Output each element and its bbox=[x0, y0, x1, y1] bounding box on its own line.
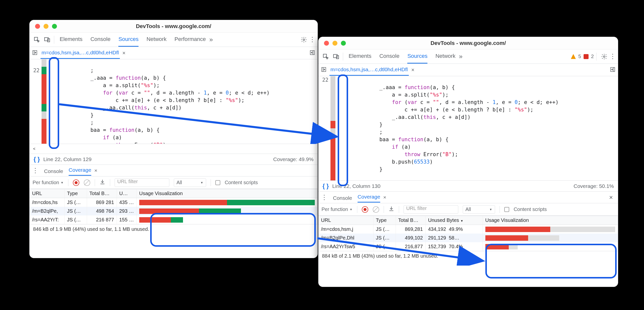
table-row[interactable]: /rs=AA2YrTsw5JS (…216,877152,739 70.4% bbox=[318, 242, 618, 251]
open-file-tab[interactable]: m=cdos,hsm,jsa,…c,dtl0hd,eHDfl bbox=[40, 47, 120, 59]
svg-marker-9 bbox=[311, 52, 312, 53]
kebab-menu-icon[interactable]: ⋮ bbox=[309, 36, 316, 43]
tab-console[interactable]: Console bbox=[380, 53, 400, 64]
record-button[interactable] bbox=[73, 179, 79, 186]
scroll-left-icon[interactable]: < bbox=[33, 147, 35, 151]
line-number: 22 bbox=[30, 67, 40, 74]
svg-marker-6 bbox=[35, 52, 36, 53]
tab-performance[interactable]: Performance bbox=[174, 36, 206, 47]
svg-marker-19 bbox=[612, 69, 612, 70]
tab-network[interactable]: Network bbox=[146, 36, 166, 47]
col-url[interactable]: URL bbox=[318, 216, 373, 225]
window-title: DevTools - www.google.com/ bbox=[30, 23, 318, 29]
col-viz[interactable]: Usage Visualization bbox=[136, 189, 318, 198]
url-filter-input[interactable]: URL filter bbox=[404, 205, 458, 214]
table-row[interactable]: /m=cdos,hsm,jJS (…869,281434,192 49.9% bbox=[318, 225, 618, 234]
col-total[interactable]: Total B… bbox=[87, 189, 116, 198]
device-toggle-icon[interactable] bbox=[42, 34, 52, 45]
per-function-select[interactable]: Per function ▼ bbox=[322, 206, 352, 212]
toggle-debugger-icon[interactable] bbox=[610, 67, 616, 73]
table-row[interactable]: /m=B2qlPe,JS (…498 764293 … bbox=[30, 207, 318, 215]
table-row[interactable]: /rs=AA2YrT:JS (…216 877155 … bbox=[30, 215, 318, 224]
tab-sources[interactable]: Sources bbox=[407, 53, 428, 64]
table-row[interactable]: /m=cdos,hsJS (…869 281435 … bbox=[30, 198, 318, 207]
coverage-percent: Coverage: 49.9% bbox=[273, 156, 314, 162]
status-bar: { } Line 22, Column 129 Coverage: 49.9% bbox=[30, 154, 318, 164]
coverage-table: URL Type Total B… Unused Bytes ▼ Usage V… bbox=[318, 216, 618, 251]
line-number: 22 bbox=[318, 76, 328, 84]
devtools-tabbar: Elements Console Sources Network Perform… bbox=[30, 32, 318, 47]
warning-count[interactable]: 5 bbox=[571, 54, 581, 59]
inspect-icon[interactable] bbox=[320, 51, 331, 62]
close-drawer-icon[interactable]: × bbox=[609, 194, 613, 201]
col-unused[interactable]: U… bbox=[116, 189, 136, 198]
svg-marker-16 bbox=[324, 69, 325, 70]
export-icon[interactable] bbox=[388, 206, 394, 213]
drawer-menu-icon[interactable]: ⋮ bbox=[321, 194, 328, 201]
close-drawer-tab-icon[interactable]: × bbox=[383, 194, 386, 200]
content-scripts-label: Content scripts bbox=[514, 206, 547, 212]
window-title: DevTools - www.google.com/ bbox=[318, 40, 618, 46]
export-icon[interactable] bbox=[100, 179, 106, 186]
close-drawer-tab-icon[interactable]: × bbox=[94, 167, 97, 173]
tab-console[interactable]: Console bbox=[90, 36, 111, 47]
kebab-menu-icon[interactable]: ⋮ bbox=[610, 53, 616, 60]
pretty-print-icon[interactable]: { } bbox=[322, 183, 329, 190]
col-type[interactable]: Type bbox=[373, 216, 396, 225]
tab-elements[interactable]: Elements bbox=[348, 53, 372, 64]
type-filter-select[interactable]: All▼ bbox=[463, 205, 495, 214]
titlebar: DevTools - www.google.com/ bbox=[318, 37, 618, 49]
clear-button[interactable] bbox=[373, 206, 379, 213]
tab-network[interactable]: Network bbox=[436, 53, 456, 64]
col-url[interactable]: URL bbox=[30, 189, 64, 198]
coverage-table: URL Type Total B… U… Usage Visualization… bbox=[30, 189, 318, 224]
drawer-tab-console[interactable]: Console bbox=[44, 167, 63, 174]
device-toggle-icon[interactable] bbox=[331, 51, 342, 62]
col-unused[interactable]: Unused Bytes ▼ bbox=[426, 216, 483, 225]
per-function-select[interactable]: Per function ▼ bbox=[32, 180, 64, 185]
cursor-position: Line 22, Column 129 bbox=[43, 156, 92, 162]
type-filter-select[interactable]: All▼ bbox=[174, 178, 206, 187]
source-code: ; _.aaa = function(a, b) { a = a.split("… bbox=[48, 59, 318, 144]
inspect-icon[interactable] bbox=[32, 34, 42, 45]
drawer-tab-coverage[interactable]: Coverage bbox=[358, 192, 380, 202]
pretty-print-icon[interactable]: { } bbox=[34, 156, 40, 163]
clear-button[interactable] bbox=[84, 179, 90, 186]
col-type[interactable]: Type bbox=[64, 189, 87, 198]
col-viz[interactable]: Usage Visualization bbox=[483, 216, 618, 225]
drawer-tab-coverage[interactable]: Coverage bbox=[69, 165, 91, 176]
open-file-tab[interactable]: m=cdos,hsm,jsa,…c,dtl0hd,eHDfl bbox=[330, 64, 409, 76]
close-file-tab-icon[interactable]: × bbox=[122, 50, 126, 56]
url-filter-input[interactable]: URL filter bbox=[115, 178, 169, 187]
tab-sources[interactable]: Sources bbox=[118, 36, 138, 47]
coverage-percent: Coverage: 50.1% bbox=[574, 183, 614, 189]
settings-icon[interactable] bbox=[599, 51, 610, 62]
content-scripts-checkbox[interactable] bbox=[504, 207, 509, 212]
source-code: _.aaa = function(a, b) { a = a.split("%s… bbox=[337, 76, 618, 180]
error-count[interactable]: 2 bbox=[584, 54, 594, 59]
tab-elements[interactable]: Elements bbox=[60, 36, 82, 47]
col-total[interactable]: Total B… bbox=[396, 216, 426, 225]
content-scripts-label: Content scripts bbox=[225, 180, 258, 185]
coverage-summary: 846 kB of 1.9 MB (44%) used so far, 1.1 … bbox=[30, 224, 318, 234]
toggle-navigator-icon[interactable] bbox=[32, 50, 38, 56]
content-scripts-checkbox[interactable] bbox=[215, 180, 220, 185]
sources-file-tabbar: m=cdos,hsm,jsa,…c,dtl0hd,eHDfl × bbox=[30, 47, 318, 59]
source-editor[interactable]: 22 ; _.aaa = function(a, b) { a = a.spli… bbox=[30, 59, 318, 144]
svg-rect-12 bbox=[336, 55, 339, 59]
drawer-menu-icon[interactable]: ⋮ bbox=[32, 167, 38, 174]
toggle-debugger-icon[interactable] bbox=[310, 50, 315, 56]
record-button[interactable] bbox=[362, 206, 368, 213]
table-row[interactable]: /m=B2qlPe,DhlJS (…499,102291,129 58… bbox=[318, 234, 618, 242]
cursor-position: Line 22, Column 130 bbox=[332, 183, 380, 189]
settings-icon[interactable] bbox=[299, 34, 309, 45]
more-tabs-icon[interactable]: » bbox=[459, 53, 462, 60]
coverage-summary: 884 kB of 2.1 MB (43%) used so far, 1.2 … bbox=[318, 251, 618, 261]
drawer-tab-console[interactable]: Console bbox=[333, 194, 352, 201]
toggle-navigator-icon[interactable] bbox=[321, 67, 326, 73]
svg-point-13 bbox=[604, 56, 605, 57]
more-tabs-icon[interactable]: » bbox=[209, 36, 213, 43]
svg-point-3 bbox=[303, 39, 305, 40]
titlebar: DevTools - www.google.com/ bbox=[30, 20, 318, 32]
close-file-tab-icon[interactable]: × bbox=[411, 67, 414, 73]
